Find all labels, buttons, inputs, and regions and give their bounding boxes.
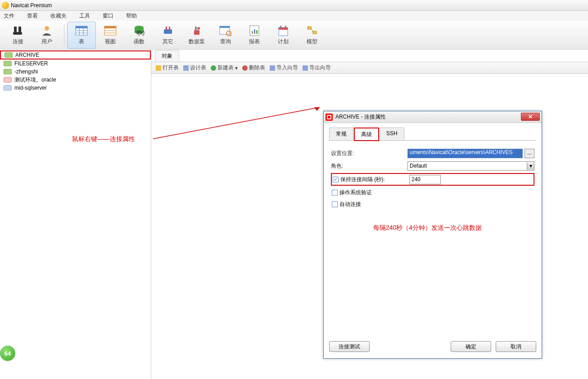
- svg-point-23: [197, 27, 200, 30]
- user-icon: [40, 24, 54, 37]
- menu-view[interactable]: 查看: [27, 12, 38, 20]
- annotation-heartbeat: 每隔240秒（4分钟）发送一次心跳数据: [373, 224, 482, 232]
- action-delete-table[interactable]: 删除表: [242, 64, 265, 72]
- role-value: Default: [410, 163, 427, 169]
- action-export[interactable]: 导出向导: [303, 64, 331, 72]
- keepalive-input[interactable]: [409, 175, 441, 184]
- tool-plan[interactable]: 计划: [269, 22, 298, 49]
- svg-rect-2: [13, 32, 22, 35]
- role-select[interactable]: Default ▾: [407, 161, 534, 171]
- tool-connect[interactable]: 连接: [4, 22, 32, 49]
- svg-rect-34: [280, 26, 281, 28]
- app-title: Navicat Premium: [11, 2, 52, 9]
- svg-line-27: [230, 35, 232, 36]
- chevron-down-icon: ▾: [527, 162, 534, 170]
- label-role: 角色:: [331, 162, 407, 170]
- table-icon: [74, 24, 89, 37]
- connection-label: ARCHIVE: [15, 52, 39, 58]
- tool-table[interactable]: 表: [67, 22, 96, 49]
- browse-button[interactable]: ...: [525, 149, 534, 158]
- toolbar-separator: [64, 24, 64, 46]
- action-open-table[interactable]: 打开表: [156, 64, 179, 72]
- close-button[interactable]: ✕: [521, 113, 540, 121]
- connection-label: FILESERVER: [14, 60, 48, 67]
- tool-function[interactable]: f(x) 函数: [125, 22, 154, 49]
- svg-rect-20: [169, 27, 170, 30]
- svg-rect-0: [14, 27, 17, 33]
- svg-rect-36: [308, 27, 311, 29]
- row-role: 角色: Default ▾: [331, 160, 534, 172]
- query-icon: [218, 24, 233, 37]
- menu-window[interactable]: 窗口: [103, 12, 113, 20]
- app-icon: [2, 2, 9, 9]
- cancel-button[interactable]: 取消: [496, 341, 536, 352]
- open-icon: [156, 65, 161, 71]
- connection-midsql[interactable]: mid-sqlserver: [0, 84, 151, 92]
- title-bar: Navicat Premium: [0, 0, 588, 11]
- test-connection-button[interactable]: 连接测试: [329, 341, 370, 352]
- advanced-form: 设置位置: uments\Navicat\Oracle\servers\ARCH…: [329, 141, 536, 216]
- action-import[interactable]: 导入向导: [270, 64, 298, 72]
- keepalive-checkbox[interactable]: [333, 177, 339, 183]
- connection-archive[interactable]: ARCHIVE: [0, 50, 151, 59]
- label-osauth: 操作系统验证: [339, 189, 372, 196]
- tab-object[interactable]: 对象: [155, 50, 179, 62]
- tab-ssh[interactable]: SSH: [380, 128, 404, 140]
- tool-other[interactable]: 其它: [154, 22, 182, 49]
- design-icon: [183, 65, 189, 71]
- autoconnect-checkbox[interactable]: [332, 201, 338, 207]
- view-icon: [103, 24, 118, 37]
- main-toolbar: 连接 用户 表 视图 f(x) 函数 其它 数据泵 查询 报表 计划 模型: [0, 21, 588, 50]
- import-icon: [270, 65, 275, 71]
- row-osauth: 操作系统验证: [331, 187, 534, 198]
- model-icon: [305, 24, 319, 37]
- db-icon: [4, 85, 12, 91]
- report-icon: [247, 24, 262, 37]
- dialog-tabs: 常规 高级 SSH: [329, 128, 536, 141]
- row-location: 设置位置: uments\Navicat\Oracle\servers\ARCH…: [331, 147, 534, 160]
- tool-view[interactable]: 视图: [96, 22, 125, 49]
- svg-text:f(x): f(x): [137, 30, 145, 36]
- svg-line-38: [311, 28, 313, 32]
- tool-query[interactable]: 查询: [211, 22, 240, 49]
- tab-advanced[interactable]: 高级: [354, 128, 379, 141]
- db-icon: [4, 69, 12, 74]
- menu-help[interactable]: 帮助: [126, 12, 137, 20]
- ok-button[interactable]: 确定: [451, 341, 491, 352]
- action-design-table[interactable]: 设计表: [183, 64, 206, 72]
- table-actionbar: 打开表 设计表 新建表 ▾ 删除表 导入向导 导出向导: [151, 62, 588, 74]
- svg-rect-11: [104, 26, 116, 28]
- tool-report[interactable]: 报表: [240, 22, 269, 49]
- menu-bar: 文件 查看 收藏夹 工具 窗口 帮助: [0, 11, 588, 21]
- connection-fileserver[interactable]: FILESERVER: [0, 59, 151, 68]
- connection-testenv[interactable]: 测试环境。oracle: [0, 76, 151, 84]
- connection-label: -zhengshi: [14, 68, 38, 75]
- connection-label: 测试环境。oracle: [14, 76, 56, 84]
- menu-tools[interactable]: 工具: [79, 12, 90, 20]
- dialog-titlebar[interactable]: ARCHIVE - 连接属性 ✕: [324, 111, 542, 123]
- connection-zhengshi[interactable]: -zhengshi: [0, 68, 151, 76]
- tool-user[interactable]: 用户: [32, 22, 61, 49]
- menu-file[interactable]: 文件: [4, 12, 14, 20]
- action-new-table[interactable]: 新建表 ▾: [211, 64, 238, 72]
- connection-label: mid-sqlserver: [14, 85, 47, 91]
- svg-rect-30: [254, 29, 255, 34]
- db-icon: [4, 77, 12, 82]
- location-input[interactable]: uments\Navicat\Oracle\servers\ARCHIVES: [407, 149, 523, 158]
- svg-rect-31: [256, 30, 258, 34]
- connections-sidebar: ARCHIVE FILESERVER -zhengshi 测试环境。oracle…: [0, 50, 151, 379]
- export-icon: [303, 65, 308, 71]
- other-icon: [161, 24, 175, 37]
- svg-rect-1: [18, 27, 21, 33]
- svg-point-3: [45, 26, 49, 31]
- tool-model[interactable]: 模型: [298, 22, 326, 49]
- plus-icon: [211, 65, 216, 71]
- label-keepalive: 保持连接间隔 (秒):: [340, 176, 385, 183]
- osauth-checkbox[interactable]: [332, 190, 338, 196]
- tool-datapump[interactable]: 数据泵: [182, 22, 211, 49]
- row-keepalive: 保持连接间隔 (秒):: [331, 173, 534, 186]
- label-location: 设置位置:: [331, 150, 407, 157]
- menu-fav[interactable]: 收藏夹: [50, 12, 67, 20]
- tab-general[interactable]: 常规: [329, 128, 353, 140]
- svg-rect-37: [313, 31, 317, 34]
